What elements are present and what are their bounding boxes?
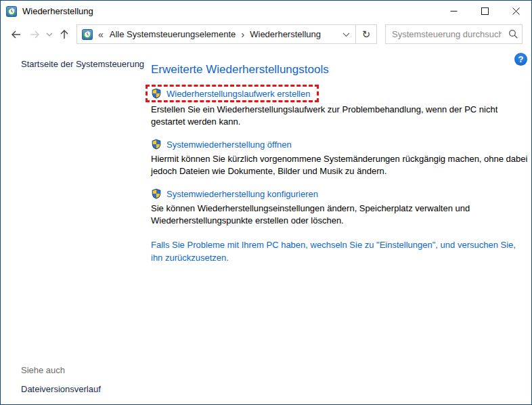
see-also-header: Siehe auch — [21, 365, 101, 375]
recovery-window: Wiederherstellung — [0, 0, 532, 405]
search-box — [385, 24, 523, 44]
sidebar-item-file-history[interactable]: Dateiversionsverlauf — [21, 384, 101, 394]
up-arrow-icon — [59, 28, 70, 40]
recent-locations-dropdown[interactable] — [44, 25, 55, 44]
forward-arrow-icon — [29, 29, 41, 40]
refresh-icon: ↻ — [362, 28, 371, 41]
configure-system-restore-link[interactable]: Systemwiederherstellung konfigurieren — [167, 189, 318, 199]
main-panel: Erweiterte Wiederherstellungstools Wiede… — [151, 47, 529, 264]
tool-description: Erstellen Sie ein Wiederherstellungslauf… — [151, 104, 529, 128]
tool-item-create-recovery-drive: Wiederherstellungslaufwerk erstellen Ers… — [151, 85, 529, 128]
close-button[interactable] — [500, 1, 531, 22]
back-button[interactable] — [6, 25, 25, 44]
search-input[interactable] — [386, 25, 504, 43]
content-area: Startseite der Systemsteuerung ? Erweite… — [1, 47, 531, 405]
breadcrumb-separator-icon: › — [240, 29, 245, 39]
back-arrow-icon — [10, 29, 22, 40]
refresh-button[interactable]: ↻ — [356, 25, 376, 43]
tool-description: Sie können Wiederherstellungseinstellung… — [151, 202, 529, 227]
forward-button[interactable] — [25, 25, 44, 44]
breadcrumb-item-recovery[interactable]: Wiederherstellung — [245, 29, 326, 39]
breadcrumb-item-all-control-panel-items[interactable]: Alle Systemsteuerungselemente — [105, 29, 240, 39]
create-recovery-drive-link[interactable]: Wiederherstellungslaufwerk erstellen — [167, 89, 310, 99]
up-button[interactable] — [55, 25, 74, 44]
see-also-section: Siehe auch Dateiversionsverlauf — [21, 365, 101, 394]
address-bar[interactable]: « Alle Systemsteuerungselemente › Wieder… — [76, 24, 377, 44]
sidebar-item-control-panel-home[interactable]: Startseite der Systemsteuerung — [21, 59, 144, 69]
minimize-button[interactable] — [438, 1, 469, 22]
title-bar: Wiederherstellung — [1, 1, 531, 22]
maximize-icon — [481, 7, 489, 15]
breadcrumb-collapsed-indicator[interactable]: « — [97, 29, 105, 40]
tool-item-open-system-restore: Systemwiederherstellung öffnen Hiermit k… — [151, 137, 529, 177]
close-icon — [512, 7, 520, 15]
location-recovery-icon — [82, 29, 93, 40]
uac-shield-icon — [151, 188, 162, 199]
chevron-down-icon — [342, 32, 350, 37]
recovery-app-icon[interactable] — [6, 6, 17, 17]
navigation-toolbar: « Alle Systemsteuerungselemente › Wieder… — [1, 22, 531, 47]
page-title: Erweiterte Wiederherstellungstools — [151, 63, 529, 77]
minimize-icon — [450, 7, 458, 15]
settings-reset-note[interactable]: Falls Sie Probleme mit Ihrem PC haben, w… — [151, 238, 527, 264]
maximize-button[interactable] — [469, 1, 500, 22]
highlight-box: Wiederherstellungslaufwerk erstellen — [146, 85, 319, 102]
uac-shield-icon — [151, 139, 162, 150]
address-dropdown-button[interactable] — [336, 25, 355, 43]
window-title: Wiederherstellung — [22, 6, 438, 16]
uac-shield-icon — [151, 88, 162, 99]
tool-description: Hiermit können Sie kürzlich vorgenommene… — [151, 153, 529, 177]
search-button[interactable] — [504, 25, 522, 43]
tool-item-configure-system-restore: Systemwiederherstellung konfigurieren Si… — [151, 186, 529, 227]
chevron-down-icon — [46, 32, 53, 37]
search-icon — [508, 29, 518, 39]
open-system-restore-link[interactable]: Systemwiederherstellung öffnen — [167, 140, 292, 150]
caption-buttons — [438, 1, 531, 22]
